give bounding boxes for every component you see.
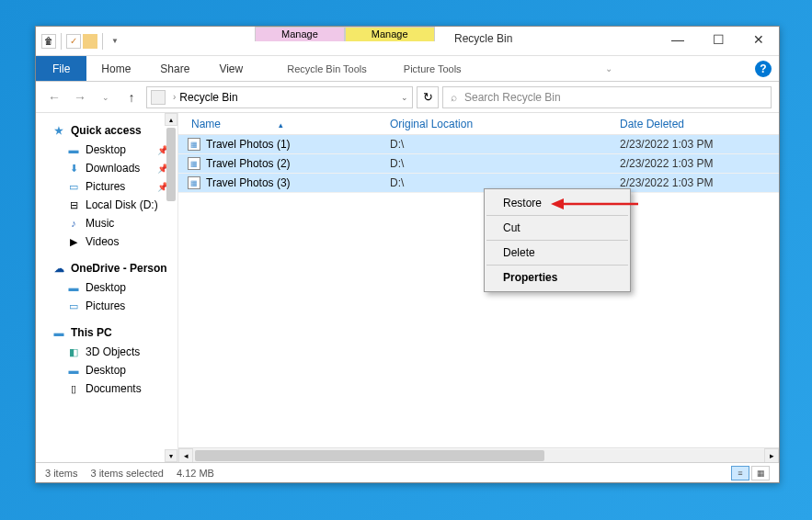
monitor-icon: ▬	[67, 365, 80, 376]
monitor-icon: ▬	[67, 282, 80, 293]
doc-icon: ▯	[67, 383, 80, 394]
sidebar-scrollbar[interactable]: ▴ ▾	[165, 113, 177, 462]
sidebar-item-localdisk[interactable]: ⊟Local Disk (D:)	[36, 196, 177, 214]
sidebar-item-desktop[interactable]: ▬Desktop📌	[36, 141, 177, 159]
file-date: 2/23/2022 1:03 PM	[620, 176, 779, 189]
body: ★ Quick access ▬Desktop📌 ⬇Downloads📌 ▭Pi…	[36, 113, 779, 462]
address-input[interactable]: › Recycle Bin ⌄	[146, 86, 413, 108]
scroll-right-icon[interactable]: ▸	[764, 448, 779, 463]
ribbon-expand-icon[interactable]: ⌄	[605, 63, 622, 73]
disk-icon: ⊟	[67, 199, 80, 210]
search-placeholder: Search Recycle Bin	[464, 91, 561, 104]
cloud-icon: ☁	[52, 263, 65, 274]
column-label: Name	[191, 118, 221, 130]
context-properties[interactable]: Properties	[486, 266, 628, 289]
scroll-thumb[interactable]	[166, 128, 176, 201]
close-button[interactable]: ✕	[738, 27, 779, 52]
column-location[interactable]: Original Location	[390, 118, 620, 130]
sidebar-item-label: 3D Objects	[86, 345, 140, 358]
refresh-button[interactable]: ↻	[417, 86, 439, 108]
tab-home[interactable]: Home	[86, 58, 145, 80]
file-row[interactable]: ▦Travel Photos (2) D:\ 2/23/2022 1:03 PM	[178, 154, 779, 174]
context-tab-recyclebin[interactable]: Manage	[255, 27, 345, 41]
sidebar-item-label: Desktop	[86, 281, 126, 294]
scroll-down-icon[interactable]: ▾	[165, 449, 177, 462]
picture-icon: ▭	[67, 300, 80, 311]
status-bar: 3 items 3 items selected 4.12 MB ≡ ▦	[36, 462, 779, 482]
context-tab-picture[interactable]: Manage	[345, 27, 435, 41]
sidebar-item-videos[interactable]: ▶Videos	[36, 232, 177, 251]
subtab-recyclebin-tools[interactable]: Recycle Bin Tools	[276, 59, 378, 79]
maximize-button[interactable]: ☐	[698, 27, 738, 52]
tab-view[interactable]: View	[204, 58, 257, 80]
file-name: Travel Photos (1)	[206, 138, 291, 151]
sidebar-item-pictures[interactable]: ▭Pictures📌	[36, 177, 177, 196]
qat-dropdown-icon[interactable]: ▼	[108, 37, 122, 45]
properties-icon[interactable]: ✓	[66, 34, 81, 49]
address-dropdown-icon[interactable]: ⌄	[401, 93, 408, 102]
context-restore[interactable]: Restore	[486, 191, 628, 216]
context-delete[interactable]: Delete	[486, 241, 628, 266]
scroll-track[interactable]	[193, 449, 764, 462]
file-location: D:\	[390, 157, 620, 170]
sidebar-item-label: Pictures	[86, 180, 125, 193]
file-row[interactable]: ▦Travel Photos (3) D:\ 2/23/2022 1:03 PM	[178, 174, 779, 193]
view-thumbnails-button[interactable]: ▦	[751, 466, 770, 480]
scroll-up-icon[interactable]: ▴	[165, 113, 177, 126]
status-count: 3 items	[45, 468, 77, 479]
file-tab[interactable]: File	[36, 56, 86, 81]
sidebar-item-label: Music	[86, 217, 114, 230]
address-path: Recycle Bin	[179, 91, 237, 104]
scroll-left-icon[interactable]: ◂	[178, 448, 193, 463]
image-file-icon: ▦	[188, 176, 200, 189]
column-date[interactable]: Date Deleted	[620, 118, 779, 130]
search-input[interactable]: ⌕ Search Recycle Bin	[442, 86, 772, 108]
new-folder-icon[interactable]	[83, 34, 97, 49]
file-date: 2/23/2022 1:03 PM	[620, 138, 779, 151]
forward-button: →	[69, 86, 91, 108]
back-button[interactable]: ←	[43, 86, 65, 108]
address-bar: ← → ⌄ ↑ › Recycle Bin ⌄ ↻ ⌕ Search Recyc…	[36, 82, 779, 113]
up-button[interactable]: ↑	[120, 86, 143, 108]
sidebar-item-od-desktop[interactable]: ▬Desktop	[36, 278, 177, 297]
sidebar-item-od-pictures[interactable]: ▭Pictures	[36, 297, 177, 315]
file-name: Travel Photos (3)	[206, 176, 291, 189]
sidebar-onedrive[interactable]: ☁ OneDrive - Person	[36, 258, 177, 278]
location-icon	[151, 90, 166, 105]
tab-share[interactable]: Share	[145, 58, 204, 80]
navigation-pane: ★ Quick access ▬Desktop📌 ⬇Downloads📌 ▭Pi…	[36, 113, 178, 462]
recent-dropdown-icon[interactable]: ⌄	[95, 86, 117, 108]
context-cut[interactable]: Cut	[486, 216, 628, 241]
scroll-thumb[interactable]	[195, 450, 544, 461]
separator	[102, 33, 103, 50]
sidebar-group-label: OneDrive - Person	[71, 262, 167, 275]
file-location: D:\	[390, 138, 620, 151]
sidebar-item-label: Desktop	[86, 143, 126, 156]
sidebar-group-label: Quick access	[71, 124, 142, 137]
file-row[interactable]: ▦Travel Photos (1) D:\ 2/23/2022 1:03 PM	[178, 135, 779, 154]
minimize-button[interactable]: ―	[658, 27, 698, 52]
help-icon[interactable]: ?	[755, 61, 772, 77]
sidebar-item-documents[interactable]: ▯Documents	[36, 379, 177, 398]
window-controls: ― ☐ ✕	[658, 27, 779, 52]
sidebar-item-label: Local Disk (D:)	[86, 198, 158, 211]
sidebar-quick-access[interactable]: ★ Quick access	[36, 120, 177, 141]
sidebar-item-3dobjects[interactable]: ◧3D Objects	[36, 343, 177, 361]
sidebar-thispc[interactable]: ▬ This PC	[36, 322, 177, 343]
star-icon: ★	[52, 125, 65, 136]
view-details-button[interactable]: ≡	[731, 466, 749, 480]
sidebar-item-downloads[interactable]: ⬇Downloads📌	[36, 159, 177, 177]
file-location: D:\	[390, 176, 620, 189]
file-name: Travel Photos (2)	[206, 157, 291, 170]
sidebar-item-pc-desktop[interactable]: ▬Desktop	[36, 361, 177, 379]
column-name[interactable]: Name ▴	[178, 118, 390, 130]
image-file-icon: ▦	[188, 157, 200, 170]
image-file-icon: ▦	[188, 138, 200, 151]
horizontal-scrollbar[interactable]: ◂ ▸	[178, 447, 779, 462]
sidebar-item-label: Documents	[86, 382, 142, 395]
sidebar-item-label: Pictures	[86, 300, 125, 312]
status-size: 4.12 MB	[177, 468, 214, 479]
sidebar-item-music[interactable]: ♪Music	[36, 214, 177, 232]
subtab-picture-tools[interactable]: Picture Tools	[393, 59, 473, 79]
empty-area[interactable]	[178, 193, 779, 447]
